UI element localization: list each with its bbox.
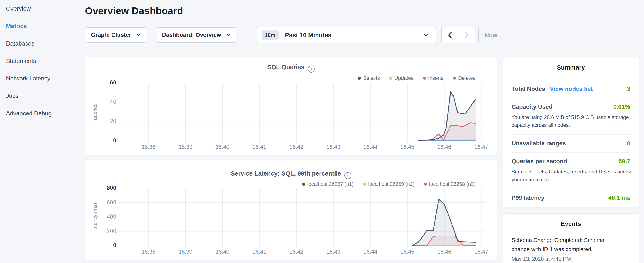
legend-label: Selects bbox=[363, 75, 380, 81]
x-tick-label: 16:46 bbox=[437, 144, 451, 150]
time-next-button[interactable] bbox=[458, 28, 475, 43]
summary-row-unavailable-ranges: Unavailable ranges 0 bbox=[512, 134, 630, 152]
chart-svg bbox=[119, 83, 485, 144]
summary-row-queries-per-second: Queries per second 59.7 Sum of Selects, … bbox=[512, 152, 630, 189]
info-icon[interactable]: i bbox=[308, 66, 315, 73]
x-tick-label: 16:41 bbox=[252, 248, 266, 255]
legend-label: Inserts bbox=[428, 75, 444, 81]
sidebar-item-metrics[interactable]: Metrics bbox=[0, 18, 85, 35]
legend-label: Deletes bbox=[458, 75, 476, 81]
summary-row-description: You are using 28.6 MiB of 515.9 GiB usab… bbox=[512, 113, 634, 129]
summary-rows: Total Nodes View nodes list 3 Capacity U… bbox=[503, 80, 639, 207]
chevron-right-icon bbox=[465, 32, 468, 39]
legend-item[interactable]: localhost:26259 (n2) bbox=[363, 181, 414, 187]
sidebar-item-statements[interactable]: Statements bbox=[0, 52, 85, 70]
graph-dropdown[interactable]: Graph: Cluster bbox=[86, 27, 146, 43]
x-tick-label: 16:40 bbox=[216, 144, 230, 150]
x-tick-label: 16:38 bbox=[142, 144, 156, 150]
chevron-down-icon bbox=[226, 34, 231, 36]
x-tick-label: 16:39 bbox=[178, 144, 192, 150]
y-tick-label: 0 bbox=[85, 242, 116, 249]
legend-dot-icon bbox=[302, 183, 305, 186]
legend-dot-icon bbox=[424, 183, 427, 186]
event-timestamp: May 13, 2020 at 4:45 PM bbox=[512, 256, 630, 262]
x-tick-label: 16:47 bbox=[474, 144, 488, 150]
x-tick-label: 16:42 bbox=[289, 248, 303, 255]
y-tick-label: 600 bbox=[85, 199, 116, 206]
sql-queries-panel: SQL Queriesi SelectsUpdatesInsertsDelete… bbox=[85, 57, 497, 155]
x-tick-label: 16:42 bbox=[289, 144, 303, 150]
chart-title-row: Service Latency: SQL, 99th percentilei bbox=[85, 170, 497, 179]
sidebar-item-advanced-debug[interactable]: Advanced Debug bbox=[0, 105, 85, 122]
info-icon[interactable]: i bbox=[344, 172, 351, 179]
x-tick-label: 16:39 bbox=[178, 248, 192, 255]
sidebar-item-overview[interactable]: Overview bbox=[0, 0, 85, 18]
time-range-label: Past 10 Minutes bbox=[285, 32, 332, 39]
sidebar-item-network-latency[interactable]: Network Latency bbox=[0, 70, 85, 87]
x-tick-label: 16:44 bbox=[363, 144, 377, 150]
now-button[interactable]: Now bbox=[478, 27, 504, 43]
legend-label: localhost:26258 (n3) bbox=[429, 181, 476, 187]
summary-row-value: 0.01% bbox=[614, 103, 630, 110]
y-axis-ticks: 8006004002000 bbox=[85, 188, 116, 245]
chart-legend: SelectsUpdatesInsertsDeletes bbox=[358, 75, 476, 81]
y-tick-label: 60 bbox=[85, 79, 116, 86]
y-axis-ticks: 6040200 bbox=[85, 83, 116, 141]
x-tick-label: 16:38 bbox=[142, 248, 156, 255]
chart-title-row: SQL Queriesi bbox=[85, 64, 497, 73]
legend-item[interactable]: Inserts bbox=[423, 75, 444, 81]
sidebar-item-jobs[interactable]: Jobs bbox=[0, 87, 85, 105]
sidebar-item-databases[interactable]: Databases bbox=[0, 35, 85, 52]
legend-item[interactable]: Deletes bbox=[453, 75, 476, 81]
legend-item[interactable]: Selects bbox=[358, 75, 380, 81]
dashboard-dropdown-label: Dashboard: Overview bbox=[162, 32, 221, 38]
chart-title: SQL Queries bbox=[267, 64, 304, 70]
summary-row-value: 3 bbox=[627, 86, 630, 92]
view-nodes-list-link[interactable]: View nodes list bbox=[550, 86, 593, 92]
legend-item[interactable]: Updates bbox=[389, 75, 413, 81]
toolbar-divider bbox=[247, 27, 247, 43]
chart-legend: localhost:26257 (n1)localhost:26259 (n2)… bbox=[302, 181, 476, 187]
event-list-item[interactable]: Schema Change Completed: Schema change w… bbox=[503, 227, 639, 262]
legend-dot-icon bbox=[389, 77, 392, 80]
summary-panel: Summary Total Nodes View nodes list 3 Ca… bbox=[503, 57, 639, 207]
summary-row-p99-latency: P99 latency 46.1 ms bbox=[512, 189, 630, 207]
x-tick-label: 16:46 bbox=[437, 248, 451, 255]
legend-item[interactable]: localhost:26258 (n3) bbox=[424, 181, 476, 187]
sql-queries-chart[interactable] bbox=[119, 83, 485, 141]
summary-row-label: Capacity Used bbox=[512, 103, 552, 110]
chart-title: Service Latency: SQL, 99th percentile bbox=[231, 170, 341, 177]
summary-row-description: Sum of Selects, Updates, Inserts, and De… bbox=[512, 168, 634, 183]
legend-dot-icon bbox=[453, 77, 456, 80]
events-panel: Events Schema Change Completed: Schema c… bbox=[503, 213, 639, 263]
summary-row-value: 46.1 ms bbox=[608, 194, 630, 201]
x-tick-label: 16:45 bbox=[400, 144, 414, 150]
x-tick-label: 16:47 bbox=[474, 248, 488, 255]
x-axis-ticks: 16:3816:3916:4016:4116:4216:4316:4416:45… bbox=[119, 144, 485, 151]
chevron-down-icon bbox=[136, 34, 141, 36]
legend-item[interactable]: localhost:26257 (n1) bbox=[302, 181, 354, 187]
time-range-dropdown[interactable]: 10m Past 10 Minutes bbox=[257, 27, 436, 43]
chevron-down-icon bbox=[424, 34, 428, 37]
y-axis-label: queries bbox=[92, 103, 98, 120]
y-tick-label: 800 bbox=[85, 185, 116, 191]
legend-dot-icon bbox=[358, 77, 361, 80]
x-tick-label: 16:43 bbox=[326, 248, 340, 255]
legend-label: Updates bbox=[394, 75, 413, 81]
page-title: Overview Dashboard bbox=[85, 5, 183, 17]
dashboard-dropdown[interactable]: Dashboard: Overview bbox=[157, 27, 236, 43]
summary-row-total-nodes: Total Nodes View nodes list 3 bbox=[512, 80, 630, 98]
events-title: Events bbox=[503, 214, 639, 227]
time-step-buttons bbox=[442, 27, 476, 43]
summary-row-value: 59.7 bbox=[619, 158, 630, 165]
service-latency-panel: Service Latency: SQL, 99th percentilei l… bbox=[85, 160, 497, 260]
chart-svg bbox=[119, 188, 485, 248]
graph-dropdown-label: Graph: Cluster bbox=[91, 32, 131, 38]
summary-row-label: Queries per second bbox=[512, 158, 567, 165]
x-axis-ticks: 16:3816:3916:4016:4116:4216:4316:4416:45… bbox=[119, 248, 485, 256]
service-latency-chart[interactable] bbox=[119, 188, 485, 245]
sidebar: OverviewMetricsDatabasesStatementsNetwor… bbox=[0, 0, 85, 263]
time-prev-button[interactable] bbox=[442, 28, 458, 43]
legend-dot-icon bbox=[363, 183, 366, 186]
summary-row-label: P99 latency bbox=[512, 194, 544, 201]
